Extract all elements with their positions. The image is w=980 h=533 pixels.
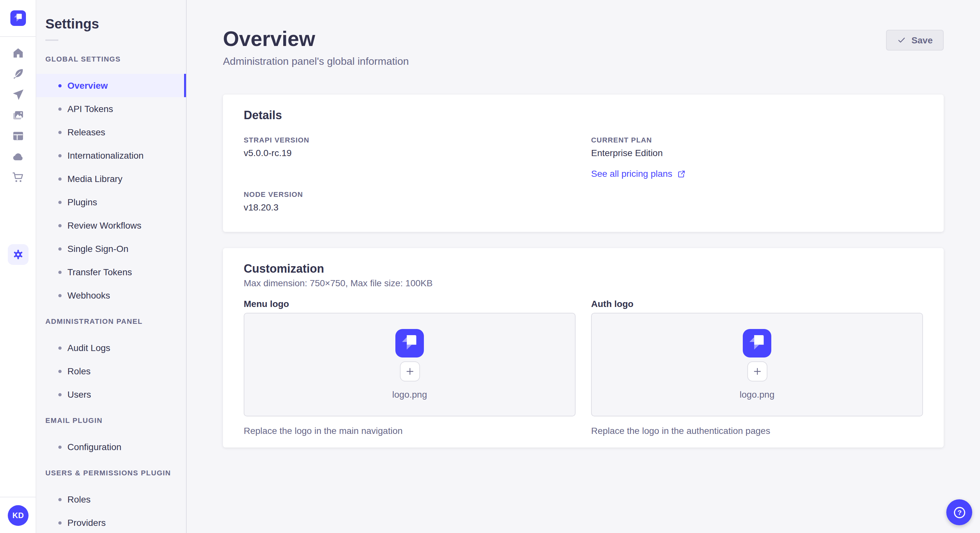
cart-icon[interactable] xyxy=(8,167,28,188)
rail-icon-list xyxy=(8,37,28,265)
auth-logo-filename: logo.png xyxy=(740,388,774,401)
administration-panel-items: Audit Logs Roles Users xyxy=(36,336,186,406)
current-plan-field: CURRENT PLAN Enterprise Edition See all … xyxy=(591,135,923,180)
details-title: Details xyxy=(244,108,923,123)
bullet-icon xyxy=(58,154,62,157)
rail-footer: KD xyxy=(0,497,36,533)
page-header: Overview Administration panel's global i… xyxy=(223,26,944,68)
add-logo-button[interactable] xyxy=(747,361,767,381)
page-subtitle: Administration panel's global informatio… xyxy=(223,55,409,68)
bullet-icon xyxy=(58,346,62,349)
nav-item-overview[interactable]: Overview xyxy=(36,74,186,97)
avatar[interactable]: KD xyxy=(8,505,29,525)
nav-item-releases[interactable]: Releases xyxy=(36,121,186,144)
section-label-users-permissions-plugin: USERS & PERMISSIONS PLUGIN xyxy=(45,468,186,478)
customization-card: Customization Max dimension: 750×750, Ma… xyxy=(223,248,944,447)
plus-icon xyxy=(751,366,762,377)
pictures-icon[interactable] xyxy=(8,105,28,125)
gear-icon[interactable] xyxy=(8,244,28,265)
add-logo-button[interactable] xyxy=(399,361,420,381)
bullet-icon xyxy=(58,84,62,87)
bullet-icon xyxy=(58,445,62,449)
nav-item-audit-logs[interactable]: Audit Logs xyxy=(36,336,186,359)
nav-item-review-workflows[interactable]: Review Workflows xyxy=(36,214,186,237)
bullet-icon xyxy=(58,107,62,110)
settings-subnav: Settings GLOBAL SETTINGS Overview API To… xyxy=(36,0,187,533)
users-permissions-items: Roles Providers xyxy=(36,488,186,533)
cloud-icon[interactable] xyxy=(8,146,28,167)
bullet-icon xyxy=(58,200,62,204)
strapi-logo-preview xyxy=(743,329,771,357)
nav-item-plugins[interactable]: Plugins xyxy=(36,190,186,214)
bullet-icon xyxy=(58,247,62,250)
strapi-admin-app: KD Settings GLOBAL SETTINGS Overview API… xyxy=(0,0,980,533)
bullet-icon xyxy=(58,294,62,297)
auth-logo-field: Auth logo logo.png Replace the logo in t… xyxy=(591,297,923,437)
email-plugin-items: Configuration xyxy=(36,435,186,458)
nav-item-media-library[interactable]: Media Library xyxy=(36,167,186,190)
customization-subtitle: Max dimension: 750×750, Max file size: 1… xyxy=(244,276,923,289)
section-label-administration-panel: ADMINISTRATION PANEL xyxy=(45,316,186,327)
auth-logo-label: Auth logo xyxy=(591,297,923,310)
nav-item-admin-users[interactable]: Users xyxy=(36,383,186,406)
strapi-logo[interactable] xyxy=(10,10,25,26)
bullet-icon xyxy=(58,130,62,134)
strapi-version-value: v5.0.0-rc.19 xyxy=(244,146,576,159)
help-button[interactable]: ? xyxy=(946,499,972,525)
nav-item-api-tokens[interactable]: API Tokens xyxy=(36,97,186,121)
details-grid: STRAPI VERSION v5.0.0-rc.19 CURRENT PLAN… xyxy=(244,135,923,214)
strapi-version-field: STRAPI VERSION v5.0.0-rc.19 xyxy=(244,135,576,180)
strapi-version-label: STRAPI VERSION xyxy=(244,135,576,145)
menu-logo-upload-box[interactable]: logo.png xyxy=(244,313,576,416)
bullet-icon xyxy=(58,521,62,524)
nav-item-up-roles[interactable]: Roles xyxy=(36,488,186,511)
external-link-icon xyxy=(678,169,686,178)
nav-item-up-providers[interactable]: Providers xyxy=(36,511,186,533)
question-mark-icon: ? xyxy=(952,505,967,520)
main-content: Overview Administration panel's global i… xyxy=(187,0,980,533)
menu-logo-field: Menu logo logo.png Replace the logo in t… xyxy=(244,297,576,437)
main-nav-rail: KD xyxy=(0,0,36,533)
details-card: Details STRAPI VERSION v5.0.0-rc.19 CURR… xyxy=(223,95,944,232)
global-settings-items: Overview API Tokens Releases Internation… xyxy=(36,74,186,307)
logo-grid: Menu logo logo.png Replace the logo in t… xyxy=(244,297,923,437)
bullet-icon xyxy=(58,177,62,180)
menu-logo-label: Menu logo xyxy=(244,297,576,310)
feather-icon[interactable] xyxy=(8,63,28,84)
title-divider xyxy=(45,40,58,41)
paper-plane-icon[interactable] xyxy=(8,84,28,105)
customization-title: Customization xyxy=(244,261,923,276)
auth-logo-caption: Replace the logo in the authentication p… xyxy=(591,424,923,437)
node-version-label: NODE VERSION xyxy=(244,189,576,200)
plus-icon xyxy=(404,366,415,377)
layout-icon[interactable] xyxy=(8,125,28,146)
current-plan-label: CURRENT PLAN xyxy=(591,135,923,145)
nav-item-webhooks[interactable]: Webhooks xyxy=(36,284,186,307)
section-label-email-plugin: EMAIL PLUGIN xyxy=(45,415,186,425)
nav-item-admin-roles[interactable]: Roles xyxy=(36,359,186,383)
check-icon xyxy=(897,36,907,45)
bullet-icon xyxy=(58,224,62,227)
nav-item-single-sign-on[interactable]: Single Sign-On xyxy=(36,237,186,260)
page-title: Overview xyxy=(223,26,409,52)
nav-item-internationalization[interactable]: Internationalization xyxy=(36,144,186,167)
pricing-plans-link[interactable]: See all pricing plans xyxy=(591,167,686,180)
save-button[interactable]: Save xyxy=(886,30,944,51)
bullet-icon xyxy=(58,370,62,373)
nav-item-email-configuration[interactable]: Configuration xyxy=(36,435,186,458)
strapi-logo-preview xyxy=(395,329,424,357)
bullet-icon xyxy=(58,498,62,501)
current-plan-value: Enterprise Edition xyxy=(591,146,923,159)
home-icon[interactable] xyxy=(8,43,28,63)
nav-item-transfer-tokens[interactable]: Transfer Tokens xyxy=(36,260,186,284)
bullet-icon xyxy=(58,270,62,274)
auth-logo-upload-box[interactable]: logo.png xyxy=(591,313,923,416)
menu-logo-caption: Replace the logo in the main navigation xyxy=(244,424,576,437)
subnav-title: Settings xyxy=(45,16,186,32)
bullet-icon xyxy=(58,393,62,396)
node-version-field: NODE VERSION v18.20.3 xyxy=(244,189,576,214)
section-label-global-settings: GLOBAL SETTINGS xyxy=(45,54,186,64)
menu-logo-filename: logo.png xyxy=(392,388,427,401)
svg-text:?: ? xyxy=(957,508,961,516)
node-version-value: v18.20.3 xyxy=(244,201,576,214)
